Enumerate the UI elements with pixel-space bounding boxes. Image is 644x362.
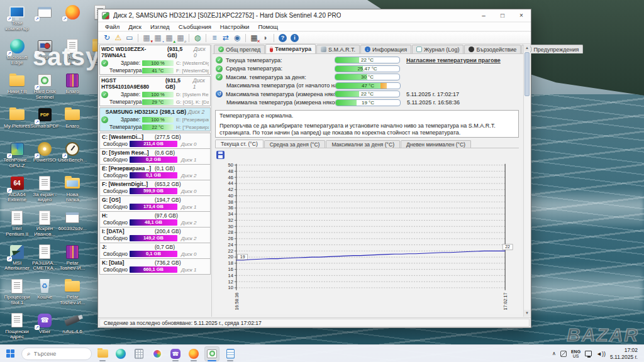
scroll-thumb[interactable] — [525, 52, 530, 96]
tab-журнал-log-[interactable]: Журнал (Log) — [412, 45, 464, 53]
taskbar-firefox[interactable] — [186, 346, 201, 361]
close-button[interactable]: × — [512, 9, 531, 21]
save-chart-button[interactable] — [216, 151, 225, 159]
start-button[interactable] — [3, 346, 19, 361]
partition-entry[interactable]: D: [System Rese..](0,6 GB)Свободно0,2 GB… — [99, 149, 211, 165]
desktop-icon-viber[interactable]: ☎↗Viber — [31, 312, 58, 345]
refresh-icon[interactable]: ↻ — [102, 33, 112, 43]
chart-tab-максимални-за-деня-c-[interactable]: Максимални за деня (°C) — [326, 140, 400, 148]
desktop-icon-firefox[interactable]: ↗ — [59, 4, 86, 36]
taskbar-notepad[interactable] — [223, 346, 238, 361]
desktop-icon-sumatrapdf[interactable]: PDF↗SumatraPDF — [31, 107, 58, 140]
menu-изглед[interactable]: Изглед — [146, 23, 174, 30]
partition-entry[interactable]: J:(0,7 GB)Свободно0,1 GBДиск 0 — [99, 243, 211, 259]
acoustic-icon[interactable]: ◗ — [260, 33, 270, 43]
desktop-icon-poweriso[interactable]: ↗PowerISO — [31, 141, 58, 173]
desktop-icon-искрен-иванов-[interactable]: Искрен Иванов... — [31, 209, 58, 242]
taskbar-edge[interactable] — [113, 346, 128, 361]
scroll-down-arrow[interactable]: ▼ — [524, 310, 530, 317]
desktop-icon-app-window[interactable]: ↗ — [31, 4, 58, 36]
desktop-icon-този-компютър[interactable]: ↗Този компютър — [4, 4, 30, 36]
desktop-icon-ники-тв[interactable]: Ники ТВ — [4, 72, 30, 105]
desktop-icon-нов-текстов-документ[interactable]: Нов Текстов документ — [59, 38, 86, 71]
maximize-button[interactable]: □ — [493, 9, 512, 21]
clock[interactable]: 17:02 5.11.2025 г. — [610, 347, 638, 359]
partition-entry[interactable]: I: [DATA](200,4 GB)Свободно149,2 GBДиск … — [99, 228, 211, 243]
threshold-settings-link[interactable]: Нагласяне температурни прагове — [406, 57, 501, 63]
display-icon[interactable]: ▭ — [125, 33, 135, 43]
desktop-icon-intel-pentium-ii-820-slot-1[interactable]: Intel Pentium II 820 Slot 1 — [4, 209, 30, 242]
volume-icon[interactable]: ◄)) — [596, 351, 606, 357]
partition-entry[interactable]: G: [OS](194,7 GB)Свободно173,4 GBДиск 1 — [99, 196, 211, 212]
desktop-icon-microsoft-edge[interactable]: ↗Microsoft Edge — [4, 38, 30, 71]
disk-entry[interactable]: HGST HTS541010A9E680(931,5 GB)Диск 1✓Здр… — [99, 76, 211, 106]
tab-информация[interactable]: ↓Информация — [360, 45, 411, 53]
partition-entry[interactable]: H:(97,6 GB)Свободно48,1 GBДиск 2 — [99, 212, 211, 228]
surface-test-icon[interactable]: ▦✕ — [249, 33, 259, 43]
tab-общ-преглед[interactable]: ✓Общ преглед — [214, 45, 265, 53]
alert-icon[interactable]: ⚠ — [113, 33, 123, 43]
desktop-icon-msi-afterburner[interactable]: ↗MSI Afterburner — [4, 244, 30, 277]
desktop-icon-процесори-slot-1[interactable]: Процесори Slot 1 — [4, 278, 30, 310]
disk-entry[interactable]: SAMSUNG HD321KJ(298,1 GB)Диск 2✓Здраве:1… — [99, 107, 211, 131]
tab-s-m-a-r-t-[interactable]: S.M.A.R.T. — [316, 45, 360, 53]
taskbar-hard-disk-sentinel[interactable] — [204, 346, 219, 361]
partition-entry[interactable]: F: [WesternDigit..](653,2 GB)Свободно599… — [99, 180, 211, 196]
tab-бързодействие[interactable]: Бързодействие — [464, 45, 521, 53]
menu-помощ[interactable]: Помощ — [253, 23, 282, 30]
disk-ok-icon[interactable]: ▦▴ — [164, 33, 174, 43]
desktop-icon-hard-disk-sentinel[interactable]: ↗Hard Disk Sentinel — [31, 72, 58, 105]
partition-entry[interactable]: E: [Резервирана ..](0,1 GB)Свободно0,1 G… — [99, 165, 211, 180]
network-icon[interactable] — [585, 351, 592, 356]
desktop-icon-за-екран-видео-кар-[interactable]: За екран - видео кар... — [31, 175, 58, 208]
window-titlebar[interactable]: Диск 2, SAMSUNG HD321KJ [S0ZEJ1KPC22752]… — [98, 9, 531, 22]
desktop-icon-кошче[interactable]: ♻Кошче — [31, 278, 58, 310]
taskbar-viber[interactable]: ☎ — [168, 346, 183, 361]
search-input[interactable] — [34, 351, 78, 357]
chart-tab-текуща-ст-c-[interactable]: Текуща ст. (°C) — [215, 140, 264, 148]
disk-search-icon[interactable]: ▦⌕ — [175, 33, 186, 43]
desktop-icon-petar-toshev-и-[interactable]: Petar Toshev-И... — [59, 278, 86, 310]
desktop-icon-aida64-extreme[interactable]: 64↗AIDA64 Extreme — [4, 175, 30, 208]
language-indicator[interactable]: ENG US — [571, 349, 580, 358]
tab-температура[interactable]: Температура — [265, 44, 316, 53]
sync-icon[interactable]: ⇄ — [221, 33, 231, 43]
desktop-icon-600392sdv-[interactable]: 600392sdv... — [59, 209, 86, 242]
help-icon[interactable]: ? — [279, 34, 287, 42]
desktop-icon-xqpro[interactable]: ↗Xqpro — [31, 38, 58, 71]
tray-chevron-icon[interactable]: ∧ — [552, 351, 556, 356]
taskbar-paint[interactable] — [150, 346, 165, 361]
desktop-icon-пощенски-адрес[interactable]: Пощенски адрес — [4, 312, 30, 345]
network-icon[interactable]: ◉ — [232, 33, 242, 43]
desktop-icon-нова-папка[interactable]: Нова папка — [59, 175, 86, 208]
menu-диск[interactable]: Диск — [124, 23, 146, 30]
menu-съобщения[interactable]: Съобщения — [174, 23, 216, 30]
desktop-icon-благо[interactable]: Благо — [59, 107, 86, 140]
info-icon[interactable]: i — [291, 34, 299, 42]
menu-файл[interactable]: Файл — [101, 23, 124, 30]
desktop-icon-userbench-[interactable]: ↗UserBench... — [59, 141, 86, 173]
desktop-icon-petar-toshev-и-[interactable]: Petar Toshev-И... — [59, 244, 86, 277]
tab-предупреждения[interactable]: Предупреждения — [521, 45, 583, 53]
partition-entry[interactable]: K: [Data](736,2 GB)Свободно660,1 GBДиск … — [99, 259, 211, 275]
taskbar-search[interactable]: ⌕ — [21, 348, 92, 360]
desktop-icon-rufus-4-6[interactable]: rufus-4.6 — [59, 312, 86, 345]
panel-scrollbar[interactable]: ▲ ▼ — [523, 45, 530, 317]
desktop-icon-разшиа-сметка-[interactable]: РАЗШИА... СМЕТКА - ... — [31, 244, 58, 277]
tray-pen-icon[interactable] — [560, 351, 567, 357]
scroll-up-arrow[interactable]: ▲ — [524, 45, 530, 52]
globe-icon[interactable]: ◍ — [192, 33, 203, 43]
minimize-button[interactable]: – — [474, 9, 493, 21]
menu-настройки[interactable]: Настройки — [216, 23, 254, 30]
taskbar-file-explorer[interactable] — [95, 346, 110, 361]
chart-tab-дневен-минимален-c-[interactable]: Дневен минимален (°C) — [401, 140, 471, 148]
chart-tab-средна-за-деня-c-[interactable]: Средна за деня (°C) — [264, 140, 326, 148]
desktop-icon-my-pictures[interactable]: My Pictures — [4, 107, 30, 140]
disk-clock-icon[interactable]: ▦◔ — [153, 33, 163, 43]
partition-entry[interactable]: C: [WesternDi...](277,5 GB)Свободно211,4… — [99, 133, 211, 149]
disk-remove-icon[interactable]: ▦▾ — [142, 33, 152, 43]
log-icon[interactable]: ≡ — [209, 33, 219, 43]
taskbar-calculator[interactable] — [131, 346, 147, 361]
disk-entry[interactable]: WDC WD10EZEX-75WN4A1(931,5 GB)Диск 0✓Здр… — [99, 45, 211, 75]
desktop-icon-благо[interactable]: Благо — [59, 72, 86, 105]
